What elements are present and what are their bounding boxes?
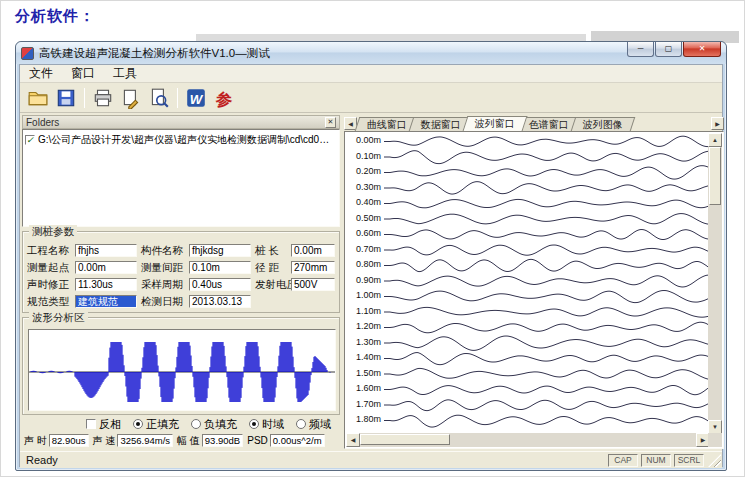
export-icon[interactable] (118, 85, 144, 111)
param-icon[interactable]: 参 (211, 85, 237, 111)
param-value-采样周期[interactable]: 0.40us (189, 278, 251, 291)
print-preview-icon[interactable] (146, 85, 172, 111)
left-panel: Folders ✕ ✓ G:\公司产品设计开发\超声仪器\超声仪实地检测数据调制… (22, 115, 340, 449)
word-icon[interactable]: W (183, 85, 209, 111)
folders-close-button[interactable]: ✕ (325, 117, 336, 128)
close-icon: ✕ (699, 44, 706, 53)
param-label-采样周期: 采样周期 (141, 278, 183, 291)
minimize-button[interactable]: ─ (627, 42, 654, 57)
indicator-num: NUM (641, 454, 671, 467)
param-value-径 距[interactable]: 270mm (291, 261, 335, 274)
window-controls: ─ ▢ ✕ (627, 42, 721, 57)
menu-item-文件[interactable]: 文件 (20, 64, 62, 83)
radio-频域[interactable] (296, 419, 306, 429)
vscroll-thumb[interactable] (709, 147, 721, 205)
maximize-button[interactable]: ▢ (655, 42, 682, 57)
depth-label: 1.40m (347, 350, 381, 366)
tab-label: 波列图像 (583, 118, 623, 132)
radio-label-时域: 时域 (262, 417, 284, 432)
wave-list-svg (384, 133, 708, 434)
invert-checkbox[interactable] (86, 419, 96, 429)
radio-label-正填充: 正填充 (146, 417, 179, 432)
close-button[interactable]: ✕ (683, 42, 721, 57)
print-icon[interactable] (90, 85, 116, 111)
page-caption: 分析软件： (15, 7, 95, 26)
param-label-工程名称: 工程名称 (27, 244, 69, 257)
param-label-规范类型: 规范类型 (27, 295, 69, 308)
waveform-plot (28, 329, 336, 411)
param-value-声时修正[interactable]: 11.30us (75, 278, 137, 291)
readout-label-PSD: PSD (247, 435, 268, 446)
readout-value-幅 值[interactable]: 93.90dB (202, 434, 243, 447)
screenshot-frame: 分析软件： 高铁建设超声混凝土检测分析软件V1.0—测试 ─ ▢ ✕ 文件窗口工… (0, 0, 745, 477)
param-value-规范类型[interactable]: 建筑规范 (75, 295, 137, 308)
scroll-left-icon[interactable]: ◀ (346, 433, 360, 447)
radio-label-频域: 频域 (309, 417, 331, 432)
depth-label: 1.00m (347, 288, 381, 304)
menu-bar: 文件窗口工具 (20, 65, 722, 83)
menu-item-窗口[interactable]: 窗口 (62, 64, 104, 83)
resize-grip-icon[interactable] (708, 454, 721, 467)
vertical-scrollbar[interactable]: ▲▼ (708, 133, 722, 434)
horizontal-scrollbar[interactable]: ◀▶ (346, 433, 710, 447)
param-value-测量起点[interactable]: 0.00m (75, 261, 137, 274)
menu-item-工具[interactable]: 工具 (104, 64, 146, 83)
param-label-构件名称: 构件名称 (141, 244, 183, 257)
scrollbar-corner (708, 433, 722, 447)
save-icon[interactable] (53, 85, 79, 111)
invert-control: 反相 (86, 417, 121, 432)
scroll-down-icon[interactable]: ▼ (708, 420, 722, 434)
readout-value-声 时[interactable]: 82.90us (49, 434, 89, 447)
param-value-桩 长[interactable]: 0.00m (291, 244, 335, 257)
param-value-工程名称[interactable]: fhjhs (75, 244, 137, 257)
scroll-up-icon[interactable]: ▲ (708, 133, 722, 147)
param-value-构件名称[interactable]: fhjkdsg (189, 244, 251, 257)
readout-label-声 时: 声 时 (24, 434, 47, 448)
open-folder-icon[interactable] (25, 85, 51, 111)
titlebar[interactable]: 高铁建设超声混凝土检测分析软件V1.0—测试 ─ ▢ ✕ (16, 42, 726, 64)
tab-scroll-right-icon[interactable]: ▶ (711, 117, 724, 130)
vscroll-track[interactable] (708, 147, 722, 420)
depth-label: 1.80m (347, 412, 381, 428)
param-label-测量间距: 测量间距 (141, 261, 183, 274)
pile-params-fields: 工程名称fhjhs构件名称fhjkdsg桩 长0.00m测量起点0.00m测量间… (23, 232, 339, 312)
depth-label: 1.70m (347, 397, 381, 413)
readout-value-PSD[interactable]: 0.00us^2/m (270, 434, 325, 447)
svg-text:参: 参 (215, 89, 233, 107)
hscroll-thumb[interactable] (360, 434, 450, 445)
depth-label: 0.40m (347, 195, 381, 211)
waveform-title: 波形分析区 (29, 311, 88, 325)
tree-item-checkbox[interactable]: ✓ (25, 135, 35, 145)
svg-text:W: W (190, 91, 204, 106)
param-value-发射电压[interactable]: 500V (291, 278, 335, 291)
tab-label: 曲线窗口 (367, 118, 407, 132)
radio-label-负填充: 负填充 (204, 417, 237, 432)
depth-label: 0.60m (347, 226, 381, 242)
app-window: 高铁建设超声混凝土检测分析软件V1.0—测试 ─ ▢ ✕ 文件窗口工具 W参 F… (15, 41, 727, 471)
tab-label: 数据窗口 (421, 118, 461, 132)
readout-label-声 速: 声 速 (93, 434, 116, 448)
minimize-icon: ─ (638, 44, 644, 53)
maximize-icon: ▢ (665, 44, 673, 53)
folders-header: Folders ✕ (22, 115, 340, 129)
radio-option-负填充: 负填充 (191, 417, 237, 432)
radio-负填充[interactable] (191, 419, 201, 429)
param-value-测量间距[interactable]: 0.10m (189, 261, 251, 274)
tab-label: 波列窗口 (475, 117, 515, 131)
depth-label: 0.90m (347, 273, 381, 289)
status-indicators: CAPNUMSCRL (605, 454, 704, 467)
folder-tree-item[interactable]: ✓ G:\公司产品设计开发\超声仪器\超声仪实地检测数据调制\cd\cd03\c… (23, 130, 339, 150)
param-value-检测日期[interactable]: 2013.03.13 (189, 295, 251, 308)
param-label-桩 长: 桩 长 (255, 244, 279, 257)
hscroll-track[interactable] (360, 433, 696, 447)
depth-label: 0.50m (347, 211, 381, 227)
tab-波列窗口[interactable]: 波列窗口 (463, 116, 528, 131)
radio-正填充[interactable] (133, 419, 143, 429)
readout-value-声 速[interactable]: 3256.94m/s (117, 434, 173, 447)
tab-波列图像[interactable]: 波列图像 (571, 117, 636, 131)
param-label-检测日期: 检测日期 (141, 295, 183, 308)
status-text: Ready (26, 454, 58, 466)
app-icon (21, 47, 34, 60)
radio-时域[interactable] (249, 419, 259, 429)
depth-label: 1.20m (347, 319, 381, 335)
